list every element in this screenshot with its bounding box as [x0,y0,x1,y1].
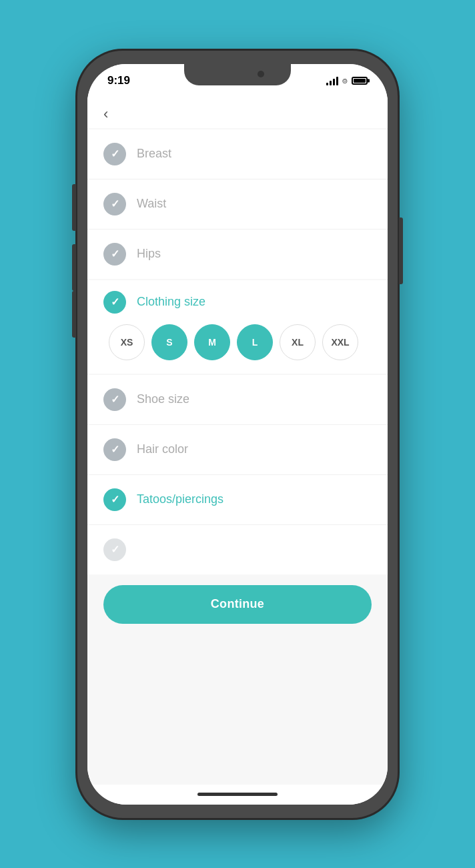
shoe-size-item[interactable]: ✓ Shoe size [87,375,388,425]
battery-icon [352,77,368,85]
phone-screen: 9:19 ⌾ ‹ ✓ [87,64,388,805]
check-icon: ✓ [111,493,119,506]
size-m[interactable]: M [194,324,230,360]
hips-item[interactable]: ✓ Hips [87,230,388,279]
tatoos-item[interactable]: ✓ Tatoos/piercings [87,475,388,525]
shoe-size-check: ✓ [103,388,126,411]
back-chevron-icon: ‹ [103,105,108,122]
breast-label: Breast [137,147,171,161]
breast-check: ✓ [103,143,126,165]
clothing-size-check: ✓ [103,291,126,314]
waist-label: Waist [137,197,166,211]
measurements-section: ✓ Breast ✓ Waist ✓ Hips [87,129,388,279]
check-icon: ✓ [111,393,119,406]
continue-button[interactable]: Continue [103,585,372,624]
size-s[interactable]: S [151,324,187,360]
status-icons: ⌾ [326,75,368,85]
home-indicator [87,785,388,805]
notch [184,64,291,85]
check-icon: ✓ [111,543,119,556]
hips-check: ✓ [103,243,126,266]
tatoos-check: ✓ [103,488,126,511]
check-icon: ✓ [111,248,119,260]
hair-color-check: ✓ [103,438,126,461]
size-xl[interactable]: XL [280,324,316,360]
hair-color-label: Hair color [137,442,188,456]
clothing-size-section: ✓ Clothing size XS S M L XL XXL [87,280,388,374]
camera [258,71,264,77]
check-icon: ✓ [111,443,119,456]
partial-check: ✓ [103,538,126,561]
bottom-section: ✓ Shoe size ✓ Hair color ✓ Tatoos/pierci… [87,375,388,574]
continue-bar: Continue [87,576,388,637]
tatoos-label: Tatoos/piercings [137,492,223,506]
time-display: 9:19 [107,74,130,87]
signal-icon [326,76,338,85]
check-icon: ✓ [111,197,119,210]
clothing-size-label: Clothing size [137,295,205,309]
shoe-size-label: Shoe size [137,392,189,406]
clothing-size-header: ✓ Clothing size [103,291,372,314]
size-l[interactable]: L [237,324,273,360]
back-button[interactable]: ‹ [87,97,388,128]
status-bar: 9:19 ⌾ [87,64,388,97]
hips-label: Hips [137,247,161,261]
home-bar [197,793,278,796]
phone-frame: 9:19 ⌾ ‹ ✓ [77,51,398,818]
wifi-icon: ⌾ [342,75,348,85]
hair-color-item[interactable]: ✓ Hair color [87,425,388,475]
size-options: XS S M L XL XXL [103,324,372,360]
size-xs[interactable]: XS [109,324,145,360]
partial-item[interactable]: ✓ [87,525,388,574]
size-xxl[interactable]: XXL [322,324,358,360]
check-icon: ✓ [111,296,119,308]
content-area: ‹ ✓ Breast ✓ Waist ✓ [87,97,388,785]
breast-item[interactable]: ✓ Breast [87,129,388,179]
waist-item[interactable]: ✓ Waist [87,179,388,230]
check-icon: ✓ [111,147,119,160]
waist-check: ✓ [103,193,126,215]
